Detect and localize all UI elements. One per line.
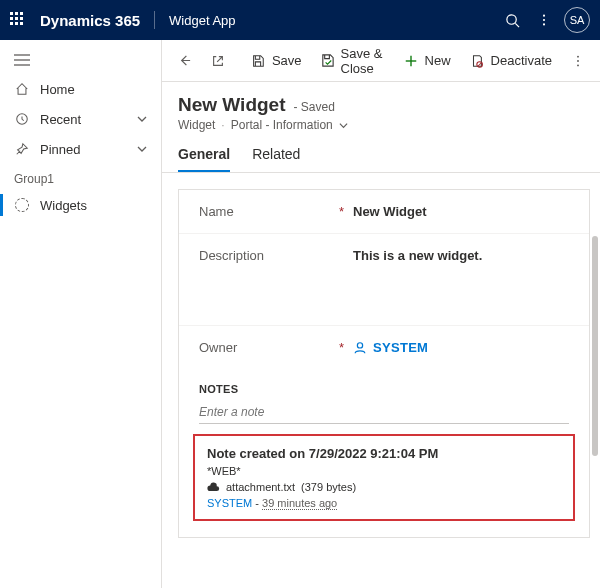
svg-point-4: [543, 23, 545, 25]
sidebar-item-label: Widgets: [40, 198, 87, 213]
attachment-size: (379 bytes): [301, 481, 356, 493]
pin-icon: [14, 141, 30, 157]
owner-lookup[interactable]: SYSTEM: [353, 340, 428, 355]
field-name[interactable]: Name * New Widget: [179, 190, 589, 233]
svg-line-1: [515, 23, 519, 27]
main-area: Save Save & Close New Deactivate: [162, 40, 600, 588]
svg-point-13: [577, 55, 579, 57]
back-button[interactable]: [168, 45, 200, 77]
open-new-window-button[interactable]: [202, 45, 234, 77]
new-button[interactable]: New: [395, 45, 459, 77]
more-vertical-icon: [570, 53, 586, 69]
sidebar-item-recent[interactable]: Recent: [0, 104, 161, 134]
cmd-label: Save: [272, 53, 302, 68]
notes-header: NOTES: [179, 369, 589, 399]
home-icon: [14, 81, 30, 97]
sidebar-item-label: Recent: [40, 112, 81, 127]
form-card: Name * New Widget Description This is a …: [178, 189, 590, 538]
back-arrow-icon: [176, 53, 192, 69]
cmd-label: Save & Close: [341, 46, 385, 76]
save-state: - Saved: [294, 100, 335, 114]
divider: [154, 11, 155, 29]
more-vertical-icon[interactable]: [528, 0, 560, 40]
person-icon: [353, 341, 367, 355]
note-tag: *WEB*: [207, 465, 561, 477]
chevron-down-icon: [137, 114, 147, 124]
note-input-wrap: [199, 401, 569, 424]
svg-point-16: [357, 342, 362, 347]
record-header: New Widget - Saved Widget · Portal - Inf…: [162, 82, 600, 132]
widgets-icon: [14, 197, 30, 213]
note-attachment[interactable]: attachment.txt (379 bytes): [207, 481, 561, 493]
plus-icon: [403, 53, 419, 69]
hamburger-icon[interactable]: [0, 46, 161, 74]
svg-point-15: [577, 64, 579, 66]
note-timestamp: 39 minutes ago: [262, 497, 337, 510]
scrollbar-thumb[interactable]: [592, 236, 598, 456]
tab-related[interactable]: Related: [252, 146, 300, 172]
chevron-down-icon: [137, 144, 147, 154]
save-close-icon: [320, 53, 335, 69]
note-author[interactable]: SYSTEM: [207, 497, 252, 509]
note-item[interactable]: Note created on 7/29/2022 9:21:04 PM *WE…: [193, 434, 575, 521]
note-input[interactable]: [199, 401, 569, 424]
sidebar-item-pinned[interactable]: Pinned: [0, 134, 161, 164]
required-indicator: *: [339, 204, 353, 219]
clock-icon: [14, 111, 30, 127]
save-close-button[interactable]: Save & Close: [312, 45, 393, 77]
svg-point-3: [543, 19, 545, 21]
sidebar-item-widgets[interactable]: Widgets: [0, 190, 161, 220]
sidebar: Home Recent Pinned Group1 Widgets: [0, 40, 162, 588]
app-launcher-icon[interactable]: [10, 12, 26, 28]
field-owner[interactable]: Owner * SYSTEM: [179, 325, 589, 369]
svg-point-0: [506, 14, 515, 23]
cloud-icon: [207, 482, 220, 492]
save-button[interactable]: Save: [242, 45, 310, 77]
chevron-down-icon[interactable]: [339, 121, 348, 130]
deactivate-button[interactable]: Deactivate: [461, 45, 560, 77]
owner-name: SYSTEM: [373, 340, 428, 355]
user-avatar[interactable]: SA: [564, 7, 590, 33]
entity-name: Widget: [178, 118, 215, 132]
svg-point-14: [577, 60, 579, 62]
note-title: Note created on 7/29/2022 9:21:04 PM: [207, 446, 561, 461]
open-external-icon: [210, 53, 226, 69]
app-name: Widget App: [169, 13, 236, 28]
global-top-bar: Dynamics 365 Widget App SA: [0, 0, 600, 40]
sidebar-item-label: Home: [40, 82, 75, 97]
form-tabs: General Related: [162, 132, 600, 173]
sidebar-item-home[interactable]: Home: [0, 74, 161, 104]
search-icon[interactable]: [496, 0, 528, 40]
field-value: This is a new widget.: [353, 248, 482, 263]
page-title: New Widget: [178, 94, 286, 116]
field-label: Name: [199, 204, 234, 219]
command-bar: Save Save & Close New Deactivate: [162, 40, 600, 82]
cmd-label: New: [425, 53, 451, 68]
cmd-label: Deactivate: [491, 53, 552, 68]
note-meta: SYSTEM - 39 minutes ago: [207, 497, 561, 509]
attachment-name: attachment.txt: [226, 481, 295, 493]
field-description[interactable]: Description This is a new widget.: [179, 233, 589, 325]
save-icon: [250, 53, 266, 69]
form-selector[interactable]: Portal - Information: [231, 118, 333, 132]
field-label: Owner: [199, 340, 237, 355]
field-value: New Widget: [353, 204, 427, 219]
sidebar-group-label: Group1: [0, 164, 161, 190]
deactivate-icon: [469, 53, 485, 69]
brand-name: Dynamics 365: [40, 12, 140, 29]
tab-general[interactable]: General: [178, 146, 230, 172]
field-label: Description: [199, 248, 264, 263]
svg-point-2: [543, 15, 545, 17]
required-indicator: *: [339, 340, 353, 355]
sidebar-item-label: Pinned: [40, 142, 80, 157]
more-commands-button[interactable]: [562, 45, 594, 77]
